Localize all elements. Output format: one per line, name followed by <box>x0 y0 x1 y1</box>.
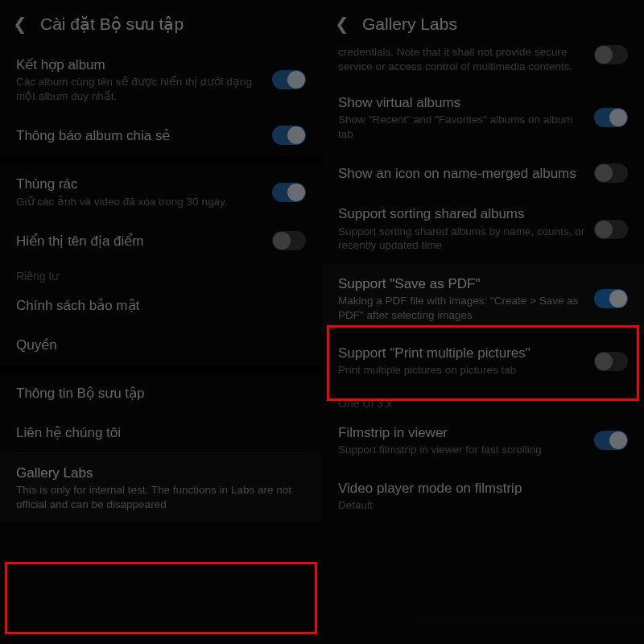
row-title: Thông tin Bộ sưu tập <box>16 385 298 402</box>
row-contact-us[interactable]: Liên hệ chúng tôi <box>0 413 322 452</box>
row-title: Quyền <box>16 336 298 353</box>
row-permissions[interactable]: Quyền <box>0 325 322 365</box>
row-trash[interactable]: Thùng rác Giữ các ảnh và video đã xóa tr… <box>0 164 322 220</box>
row-title: Show virtual albums <box>338 94 586 111</box>
row-title: Thông báo album chia sẻ <box>16 127 264 144</box>
row-title: Filmstrip in viewer <box>338 424 586 441</box>
row-subtitle: Show "Recent" and "Favorites" albums on … <box>338 113 586 141</box>
row-credentials-fragment: credentials. Note that it shall not prov… <box>322 45 644 83</box>
row-subtitle: Support filmstrip in viewer for fast scr… <box>338 443 586 457</box>
toggle-merged-icon[interactable] <box>594 163 628 183</box>
row-save-as-pdf[interactable]: Support "Save as PDF" Making a PDF file … <box>322 264 644 333</box>
section-label-privacy: Riêng tư <box>0 262 322 286</box>
toggle-show-location[interactable] <box>272 231 306 250</box>
row-title: Show an icon on name-merged albums <box>338 165 586 182</box>
row-subtitle: Print multiple pictures on pictures tab <box>338 363 586 378</box>
row-title: Chính sách bảo mật <box>16 297 298 314</box>
row-show-location[interactable]: Hiển thị tên địa điểm <box>0 220 322 262</box>
row-subtitle: Support sorting shared albums by name, c… <box>338 225 586 253</box>
toggle-trash[interactable] <box>272 183 306 202</box>
right-header: ❮ Gallery Labs <box>322 0 644 45</box>
row-title: Hiển thị tên địa điểm <box>16 233 264 250</box>
row-merge-album[interactable]: Kết hợp album Các album cùng tên sẽ được… <box>0 45 322 114</box>
row-subtitle: Các album cùng tên sẽ được hiển thị dưới… <box>16 75 264 103</box>
dual-screenshot-container: ❮ Cài đặt Bộ sưu tập Kết hợp album Các a… <box>0 0 644 644</box>
row-title: Liên hệ chúng tôi <box>16 424 298 441</box>
row-subtitle: Default <box>338 498 620 513</box>
row-title: Support "Save as PDF" <box>338 275 586 292</box>
page-title: Gallery Labs <box>362 14 457 34</box>
toggle-print-multiple[interactable] <box>594 352 628 371</box>
row-subtitle: This is only for internal test. The func… <box>16 483 298 511</box>
toggle-filmstrip[interactable] <box>594 431 628 450</box>
row-merged-icon[interactable]: Show an icon on name-merged albums <box>322 152 644 194</box>
toggle-merge-album[interactable] <box>272 70 306 89</box>
row-title: Video player mode on filmstrip <box>338 480 620 497</box>
row-about-gallery[interactable]: Thông tin Bộ sưu tập <box>0 374 322 413</box>
row-title: Support sorting shared albums <box>338 205 586 222</box>
highlight-gallery-labs <box>5 562 317 634</box>
row-video-player-mode[interactable]: Video player mode on filmstrip Default <box>322 469 644 524</box>
row-filmstrip[interactable]: Filmstrip in viewer Support filmstrip in… <box>322 413 644 469</box>
section-label-oneui: One UI 3.x <box>322 389 644 413</box>
left-header: ❮ Cài đặt Bộ sưu tập <box>0 0 322 45</box>
row-print-multiple[interactable]: Support "Print multiple pictures" Print … <box>322 333 644 389</box>
back-icon[interactable]: ❮ <box>11 15 29 33</box>
row-virtual-albums[interactable]: Show virtual albums Show "Recent" and "F… <box>322 83 644 152</box>
row-title: Gallery Labs <box>16 464 298 481</box>
row-share-notification[interactable]: Thông báo album chia sẻ <box>0 114 322 156</box>
left-panel-gallery-settings: ❮ Cài đặt Bộ sưu tập Kết hợp album Các a… <box>0 0 322 644</box>
row-privacy-policy[interactable]: Chính sách bảo mật <box>0 286 322 325</box>
row-subtitle: Giữ các ảnh và video đã xóa trong 30 ngà… <box>16 195 264 209</box>
row-title: Support "Print multiple pictures" <box>338 345 586 361</box>
row-subtitle: Making a PDF file with images: "Create >… <box>338 294 586 322</box>
toggle-virtual-albums[interactable] <box>594 108 628 127</box>
row-title: Kết hợp album <box>16 56 264 73</box>
row-title: Thùng rác <box>16 175 264 192</box>
toggle-save-as-pdf[interactable] <box>594 289 628 308</box>
toggle-sort-shared[interactable] <box>594 220 628 239</box>
right-panel-gallery-labs: ❮ Gallery Labs credentials. Note that it… <box>322 0 644 644</box>
toggle-credentials[interactable] <box>594 45 628 64</box>
page-title: Cài đặt Bộ sưu tập <box>40 14 184 34</box>
row-sort-shared[interactable]: Support sorting shared albums Support so… <box>322 194 644 263</box>
row-gallery-labs[interactable]: Gallery Labs This is only for internal t… <box>0 453 322 522</box>
toggle-share-notification[interactable] <box>272 126 306 145</box>
back-icon[interactable]: ❮ <box>333 15 351 33</box>
fragment-text: credentials. Note that it shall not prov… <box>338 45 594 73</box>
